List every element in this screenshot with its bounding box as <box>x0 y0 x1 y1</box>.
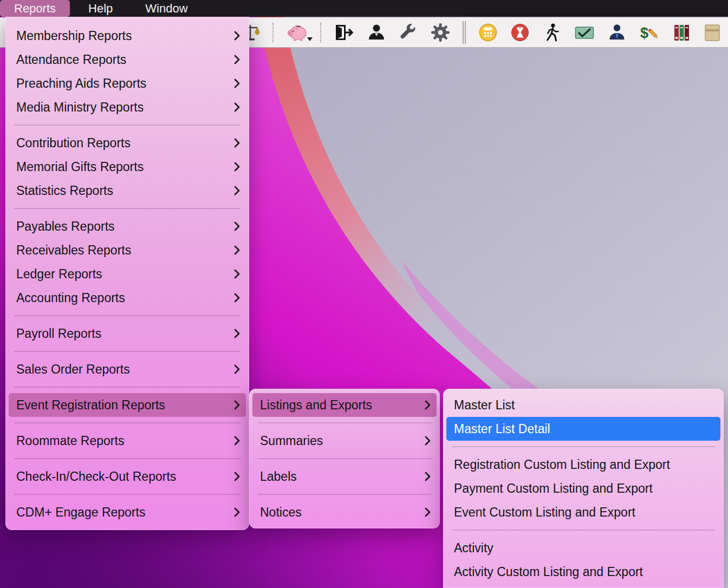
sign-out-icon[interactable] <box>334 23 354 42</box>
chevron-right-icon <box>233 507 240 518</box>
dropdown-caret-icon[interactable] <box>307 37 313 41</box>
menu-item-accounting-reports[interactable]: Accounting Reports <box>9 286 246 310</box>
menu-item-labels[interactable]: Labels <box>252 465 437 488</box>
menu-item-check-in-check-out-reports[interactable]: Check-In/Check-Out Reports <box>9 465 246 488</box>
calculator-icon[interactable] <box>478 23 498 42</box>
menu-item-label: CDM+ Engage Reports <box>16 505 145 520</box>
chevron-right-icon <box>233 471 240 482</box>
reports-menu: Membership Reports Attendance Reports Pr… <box>5 17 249 530</box>
chevron-right-icon <box>233 54 240 65</box>
piggy-bank-icon[interactable] <box>286 23 308 42</box>
listings-and-exports-submenu: Master List Master List Detail Registrat… <box>443 389 724 588</box>
menu-item-label: Roommate Reports <box>16 434 124 448</box>
menu-item-cdm-engage-reports[interactable]: CDM+ Engage Reports <box>9 500 246 524</box>
menu-item-statistics-reports[interactable]: Statistics Reports <box>9 179 246 202</box>
menu-item-contribution-reports[interactable]: Contribution Reports <box>9 131 246 155</box>
menu-item-label: Summaries <box>260 434 323 448</box>
ledger-books-icon[interactable] <box>672 23 692 42</box>
chevron-right-icon <box>233 78 240 89</box>
menu-item-label: Labels <box>260 469 297 484</box>
walking-person-icon[interactable] <box>542 23 562 42</box>
menu-separator <box>14 315 240 316</box>
check-register-icon[interactable] <box>574 23 595 42</box>
menubar-item-window[interactable]: Window <box>131 0 202 17</box>
chevron-right-icon <box>233 328 240 339</box>
wrench-icon[interactable] <box>399 23 418 42</box>
menu-item-sales-order-reports[interactable]: Sales Order Reports <box>9 357 246 381</box>
menu-separator <box>14 351 240 352</box>
chevron-right-icon <box>233 221 240 232</box>
menu-item-master-list[interactable]: Master List <box>446 393 720 417</box>
menu-separator <box>14 422 240 423</box>
menu-item-activity-custom-listing-and-export[interactable]: Activity Custom Listing and Export <box>446 560 720 584</box>
menu-separator <box>14 494 240 495</box>
menu-separator <box>14 387 240 388</box>
menu-item-label: Receivables Reports <box>16 243 131 258</box>
chevron-right-icon <box>424 471 431 482</box>
menu-item-summaries[interactable]: Summaries <box>252 429 437 453</box>
chevron-right-icon <box>424 400 431 410</box>
chevron-right-icon <box>233 185 240 196</box>
chevron-right-icon <box>233 292 240 303</box>
menu-separator <box>14 458 240 459</box>
toolbar-separator-double <box>463 21 466 44</box>
person-tie-icon[interactable] <box>607 23 627 42</box>
menu-item-label: Payment Custom Listing and Export <box>454 481 653 496</box>
menu-item-label: Payables Reports <box>16 219 115 234</box>
menu-item-label: Preaching Aids Reports <box>16 76 146 91</box>
menu-item-payroll-reports[interactable]: Payroll Reports <box>9 322 246 345</box>
menu-separator <box>452 446 715 447</box>
menu-item-receivables-reports[interactable]: Receivables Reports <box>9 238 246 262</box>
menu-item-label: Contribution Reports <box>16 136 131 151</box>
menu-item-label: Activity Custom Listing and Export <box>454 565 643 579</box>
menu-bar: Reports Help Window <box>0 0 728 17</box>
person-icon[interactable] <box>367 23 386 42</box>
menu-separator <box>258 494 431 495</box>
menu-item-event-registration-reports[interactable]: Event Registration Reports <box>9 393 246 417</box>
menu-separator <box>258 422 431 423</box>
menu-item-label: Master List <box>454 398 515 413</box>
menu-item-label: Master List Detail <box>454 422 550 436</box>
menu-item-listings-and-exports[interactable]: Listings and Exports <box>252 393 437 417</box>
chevron-right-icon <box>233 102 240 113</box>
chevron-right-icon <box>233 30 240 41</box>
menu-item-label: Statistics Reports <box>16 184 113 198</box>
menu-item-payment-custom-listing-and-export[interactable]: Payment Custom Listing and Export <box>446 476 720 500</box>
menu-item-membership-reports[interactable]: Membership Reports <box>9 24 246 48</box>
menu-item-ledger-reports[interactable]: Ledger Reports <box>9 262 246 286</box>
menu-item-preaching-aids-reports[interactable]: Preaching Aids Reports <box>9 71 246 95</box>
archive-icon[interactable] <box>704 23 720 42</box>
menu-item-roommate-reports[interactable]: Roommate Reports <box>9 429 246 453</box>
hourglass-icon[interactable] <box>510 23 530 42</box>
menu-item-media-ministry-reports[interactable]: Media Ministry Reports <box>9 95 246 119</box>
menu-item-label: Activity <box>454 541 493 556</box>
menu-item-label: Attendance Reports <box>16 53 126 67</box>
menu-item-registration-custom-listing-and-export[interactable]: Registration Custom Listing and Export <box>446 453 720 476</box>
menu-item-notices[interactable]: Notices <box>252 500 437 524</box>
menu-item-label: Media Ministry Reports <box>16 100 144 115</box>
menubar-item-help[interactable]: Help <box>74 0 127 17</box>
chevron-right-icon <box>424 507 431 518</box>
chevron-right-icon <box>233 245 240 256</box>
chevron-right-icon <box>233 269 240 279</box>
menu-item-event-custom-listing-and-export[interactable]: Event Custom Listing and Export <box>446 500 720 524</box>
chevron-right-icon <box>233 435 240 446</box>
payroll-dollar-pencil-icon[interactable]: $ <box>639 23 660 42</box>
menu-separator <box>258 458 431 459</box>
menu-separator <box>14 208 240 209</box>
menu-item-label: Memorial Gifts Reports <box>16 160 144 174</box>
menu-item-master-list-detail[interactable]: Master List Detail <box>446 417 720 441</box>
menu-item-payables-reports[interactable]: Payables Reports <box>9 214 246 238</box>
menu-item-label: Accounting Reports <box>16 291 125 305</box>
menu-separator <box>14 125 240 126</box>
chevron-right-icon <box>233 161 240 172</box>
menu-separator <box>452 530 715 531</box>
menu-item-label: Event Registration Reports <box>16 398 165 413</box>
menu-item-label: Ledger Reports <box>16 267 102 282</box>
menu-item-memorial-gifts-reports[interactable]: Memorial Gifts Reports <box>9 155 246 179</box>
menubar-item-reports[interactable]: Reports <box>0 0 70 17</box>
menu-item-attendance-reports[interactable]: Attendance Reports <box>9 48 246 71</box>
gear-icon[interactable] <box>431 23 450 42</box>
menu-item-activity[interactable]: Activity <box>446 536 720 560</box>
menu-item-label: Notices <box>260 505 302 520</box>
